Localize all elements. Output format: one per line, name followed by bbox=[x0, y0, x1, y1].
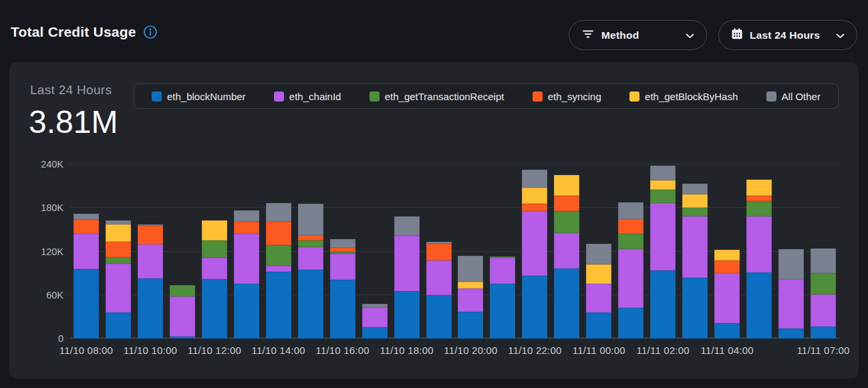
bar-segment-all-other[interactable] bbox=[650, 166, 676, 180]
bar-segment-all-other[interactable] bbox=[458, 256, 483, 282]
bar-11-10-16-00[interactable] bbox=[330, 239, 355, 339]
legend-item-eth-getblockbyhash[interactable]: eth_getBlockByHash bbox=[629, 91, 738, 102]
bar-11-11-03-00[interactable] bbox=[682, 184, 708, 339]
bar-11-11-05-00[interactable] bbox=[746, 180, 772, 339]
bar-segment-eth-chainid[interactable] bbox=[458, 288, 483, 312]
bar-segment-eth-blocknumber[interactable] bbox=[778, 329, 804, 339]
bar-11-10-12-00[interactable] bbox=[202, 220, 227, 339]
bar-segment-eth-getblockbyhash[interactable] bbox=[586, 264, 611, 284]
bar-11-11-02-00[interactable] bbox=[650, 166, 676, 339]
bar-11-10-17-00[interactable] bbox=[362, 304, 388, 339]
bar-segment-eth-blocknumber[interactable] bbox=[74, 269, 99, 339]
bar-segment-eth-blocknumber[interactable] bbox=[522, 276, 547, 339]
bar-segment-eth-getblockbyhash[interactable] bbox=[650, 180, 676, 190]
bar-segment-eth-gettransactionreceipt[interactable] bbox=[202, 240, 227, 258]
bar-11-10-18-00[interactable] bbox=[394, 216, 420, 339]
bar-segment-eth-chainid[interactable] bbox=[586, 284, 611, 312]
bar-segment-all-other[interactable] bbox=[682, 184, 708, 194]
bar-segment-eth-blocknumber[interactable] bbox=[106, 313, 131, 339]
bar-11-10-08-00[interactable] bbox=[74, 214, 99, 339]
bar-segment-eth-blocknumber[interactable] bbox=[202, 279, 227, 339]
bar-segment-eth-syncing[interactable] bbox=[138, 226, 163, 244]
bar-segment-eth-getblockbyhash[interactable] bbox=[714, 250, 740, 260]
bar-segment-all-other[interactable] bbox=[266, 203, 291, 222]
bar-segment-eth-syncing[interactable] bbox=[234, 222, 259, 234]
bar-segment-eth-syncing[interactable] bbox=[426, 244, 452, 260]
bar-11-10-10-00[interactable] bbox=[138, 224, 163, 339]
bar-segment-eth-syncing[interactable] bbox=[714, 260, 740, 274]
bar-segment-eth-gettransactionreceipt[interactable] bbox=[618, 234, 643, 249]
bar-segment-eth-syncing[interactable] bbox=[522, 204, 547, 211]
legend-item-eth-chainid[interactable]: eth_chainId bbox=[274, 91, 341, 102]
bar-segment-eth-chainid[interactable] bbox=[618, 249, 643, 308]
bar-segment-eth-getblockbyhash[interactable] bbox=[106, 224, 131, 242]
bar-11-10-19-00[interactable] bbox=[426, 242, 452, 339]
bar-segment-eth-blocknumber[interactable] bbox=[138, 278, 163, 339]
bar-segment-eth-blocknumber[interactable] bbox=[458, 312, 483, 339]
bar-segment-eth-chainid[interactable] bbox=[234, 234, 259, 284]
bar-11-10-11-00[interactable] bbox=[170, 285, 195, 339]
bar-segment-all-other[interactable] bbox=[586, 244, 611, 265]
bar-segment-eth-blocknumber[interactable] bbox=[746, 272, 772, 339]
bar-segment-all-other[interactable] bbox=[618, 202, 643, 219]
bar-segment-eth-blocknumber[interactable] bbox=[490, 284, 515, 339]
bar-segment-eth-blocknumber[interactable] bbox=[586, 313, 611, 339]
bar-segment-eth-blocknumber[interactable] bbox=[362, 327, 388, 339]
legend-item-eth-blocknumber[interactable]: eth_blockNumber bbox=[152, 91, 246, 102]
bar-11-10-20-00[interactable] bbox=[458, 256, 483, 339]
bar-segment-eth-chainid[interactable] bbox=[778, 279, 804, 329]
bar-segment-eth-chainid[interactable] bbox=[650, 203, 676, 270]
bar-segment-eth-chainid[interactable] bbox=[266, 266, 291, 272]
bar-segment-eth-chainid[interactable] bbox=[522, 211, 547, 276]
bar-segment-eth-blocknumber[interactable] bbox=[234, 284, 259, 339]
bar-segment-all-other[interactable] bbox=[522, 170, 547, 188]
bar-segment-eth-gettransactionreceipt[interactable] bbox=[554, 211, 579, 234]
bar-segment-eth-syncing[interactable] bbox=[554, 196, 579, 211]
bar-11-10-13-00[interactable] bbox=[234, 210, 259, 339]
bar-segment-eth-blocknumber[interactable] bbox=[714, 323, 740, 339]
bar-segment-eth-gettransactionreceipt[interactable] bbox=[746, 201, 772, 216]
bar-segment-eth-syncing[interactable] bbox=[298, 235, 323, 241]
bar-segment-all-other[interactable] bbox=[811, 248, 836, 273]
bar-segment-eth-gettransactionreceipt[interactable] bbox=[170, 285, 195, 297]
bar-segment-eth-chainid[interactable] bbox=[714, 273, 740, 323]
bar-segment-all-other[interactable] bbox=[778, 249, 804, 279]
bar-segment-eth-blocknumber[interactable] bbox=[266, 272, 291, 339]
bar-segment-eth-syncing[interactable] bbox=[266, 222, 291, 245]
bar-11-10-21-00[interactable] bbox=[490, 256, 515, 339]
bar-segment-eth-chainid[interactable] bbox=[682, 216, 708, 277]
bar-segment-eth-chainid[interactable] bbox=[74, 234, 99, 268]
bar-segment-eth-syncing[interactable] bbox=[106, 242, 131, 257]
bar-segment-eth-getblockbyhash[interactable] bbox=[746, 180, 772, 196]
bar-segment-all-other[interactable] bbox=[74, 214, 99, 220]
bar-segment-eth-gettransactionreceipt[interactable] bbox=[298, 240, 323, 247]
bar-segment-eth-chainid[interactable] bbox=[746, 216, 772, 272]
bar-segment-eth-gettransactionreceipt[interactable] bbox=[811, 273, 836, 295]
bar-segment-eth-chainid[interactable] bbox=[138, 244, 163, 278]
bar-11-10-15-00[interactable] bbox=[298, 204, 323, 339]
time-range-dropdown[interactable]: Last 24 Hours bbox=[718, 20, 857, 50]
bar-segment-eth-chainid[interactable] bbox=[490, 258, 515, 284]
bar-11-10-09-00[interactable] bbox=[106, 220, 131, 339]
info-icon[interactable] bbox=[143, 25, 158, 39]
bar-segment-all-other[interactable] bbox=[330, 239, 355, 248]
legend-item-eth-syncing[interactable]: eth_syncing bbox=[533, 91, 601, 102]
bar-segment-eth-chainid[interactable] bbox=[106, 264, 131, 313]
bar-segment-eth-blocknumber[interactable] bbox=[394, 291, 420, 339]
bar-segment-eth-getblockbyhash[interactable] bbox=[202, 220, 227, 240]
bar-11-11-00-00[interactable] bbox=[586, 244, 611, 339]
bar-segment-eth-blocknumber[interactable] bbox=[554, 268, 579, 339]
bar-segment-eth-blocknumber[interactable] bbox=[170, 337, 195, 339]
bar-segment-eth-gettransactionreceipt[interactable] bbox=[266, 245, 291, 266]
bar-segment-eth-blocknumber[interactable] bbox=[811, 327, 836, 339]
bar-segment-eth-chainid[interactable] bbox=[170, 297, 195, 337]
bar-segment-eth-chainid[interactable] bbox=[426, 260, 452, 295]
bar-11-10-23-00[interactable] bbox=[554, 175, 579, 339]
method-filter-dropdown[interactable]: Method bbox=[569, 20, 707, 50]
bar-segment-eth-getblockbyhash[interactable] bbox=[682, 194, 708, 208]
bar-segment-all-other[interactable] bbox=[234, 210, 259, 222]
bar-11-11-04-00[interactable] bbox=[714, 250, 740, 339]
bar-segment-eth-chainid[interactable] bbox=[811, 295, 836, 327]
bar-segment-eth-getblockbyhash[interactable] bbox=[522, 188, 547, 204]
bar-11-10-14-00[interactable] bbox=[266, 203, 291, 339]
